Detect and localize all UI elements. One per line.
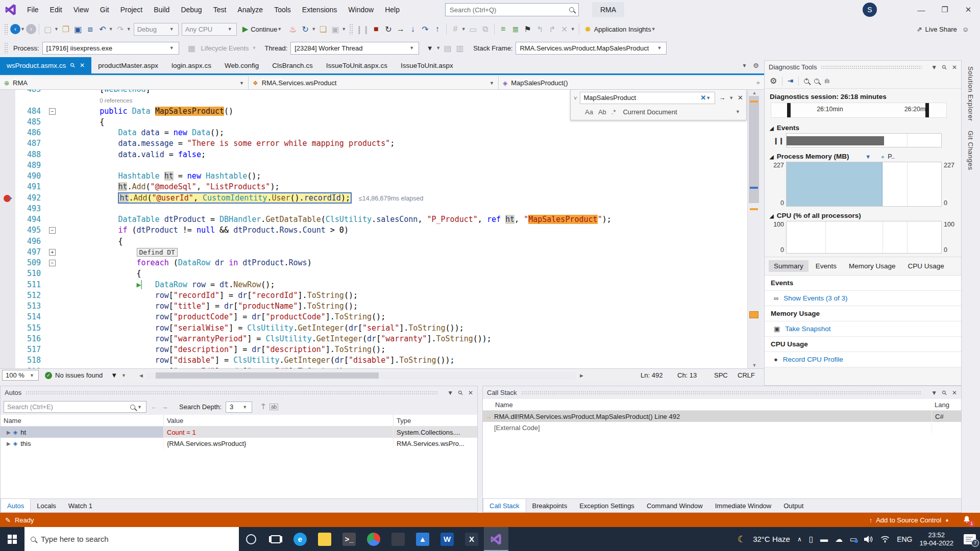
regex-toggle[interactable]: .* <box>611 108 616 116</box>
breadcrumb-class-dropdown[interactable]: ❖ RMA.Services.wsProduct▼ <box>249 77 499 89</box>
find-input[interactable]: MapSalesProduct ✕ ▼ <box>580 92 715 104</box>
tab-wsProduct.asmx.cs[interactable]: wsProduct.asmx.cs⚲✕ <box>0 57 91 73</box>
search-back-icon[interactable]: ← <box>151 403 157 411</box>
code-line[interactable]: 509− foreach (DataRow dr in dtProduct.Ro… <box>0 258 747 268</box>
zoom-select[interactable]: 100 %▼ <box>2 370 39 381</box>
code-line[interactable]: 514 row["productCode"] = dr["productCode… <box>0 312 747 322</box>
hot-reload-icon[interactable]: ♨ <box>287 22 299 36</box>
autos-column-type[interactable]: Type <box>394 415 477 426</box>
pane-tab-autos[interactable]: Autos <box>1 499 31 512</box>
feedback-icon[interactable]: ☺ <box>962 26 969 33</box>
callstack-column-name[interactable]: Name <box>483 399 932 410</box>
editor-vertical-scrollbar[interactable]: ▲ ▼ <box>747 90 761 368</box>
code-line[interactable]: 516 row["warrantyPeriod"] = ClsUtility.G… <box>0 334 747 344</box>
wifi-icon[interactable] <box>880 536 890 543</box>
clear-bookmarks-icon[interactable]: ✕ <box>559 22 570 36</box>
pin-tab-icon[interactable]: ⚲ <box>69 61 77 69</box>
menu-test[interactable]: Test <box>208 0 232 19</box>
code-line[interactable]: 495− if (dtProduct != null && dtProduct.… <box>0 225 747 236</box>
chrome-taskbar-button[interactable] <box>361 527 386 551</box>
tablet-mode-icon[interactable]: ▯ <box>809 535 813 544</box>
panel-options-chevron-icon[interactable]: ▼ <box>931 64 937 71</box>
solution-configuration-select[interactable]: Debug▼ <box>134 23 179 36</box>
new-file-icon[interactable]: ▢ <box>42 22 54 36</box>
codelens-references[interactable]: 0 references <box>100 97 132 104</box>
code-line[interactable]: 511 ▶▏ DataRow row = dt.NewRow(); <box>0 280 747 290</box>
menu-edit[interactable]: Edit <box>44 0 68 19</box>
code-line[interactable]: 512 row["recordId"] = dr["recordId"].ToS… <box>0 290 747 301</box>
quick-search-input[interactable]: Search (Ctrl+Q) <box>445 3 579 16</box>
navigate-forward-icon[interactable]: › <box>26 24 36 34</box>
code-line[interactable]: 517 row["description"] = dr["description… <box>0 344 747 355</box>
save-icon[interactable]: ▣ <box>72 22 84 36</box>
dropdown-chevron-icon[interactable]: ▼ <box>311 27 316 32</box>
notifications-bell-icon[interactable]: 1 <box>963 515 971 525</box>
word-taskbar-button[interactable]: W <box>435 527 459 551</box>
toolbar-grip[interactable] <box>4 42 8 54</box>
whole-word-toggle[interactable]: Ab <box>598 108 606 116</box>
panel-options-chevron-icon[interactable]: ▼ <box>931 389 937 396</box>
code-line[interactable]: 489 <box>0 160 747 171</box>
pane-tab-immediate-window[interactable]: Immediate Window <box>709 499 778 512</box>
undo-icon[interactable]: ↶ <box>97 22 108 36</box>
format-values-icon[interactable]: ab <box>270 404 278 410</box>
pin-icon[interactable]: ⚲ <box>940 388 948 396</box>
code-line[interactable]: 491 ht.Add("@modeSql", "ListProducts"); <box>0 182 747 192</box>
dropdown-chevron-icon[interactable]: ▼ <box>461 27 466 32</box>
code-line[interactable]: 494 DataTable dtProduct = DBHandler.GetD… <box>0 214 747 225</box>
memory-section-header[interactable]: ◢Process Memory (MB) ▼ ● P.. <box>765 149 961 162</box>
cpu-section-header[interactable]: ◢CPU (% of all processors) <box>765 209 961 221</box>
pin-icon[interactable]: ⚲ <box>456 388 464 396</box>
close-tab-icon[interactable]: ✕ <box>80 62 85 69</box>
scroll-up-arrow-icon[interactable]: ▲ <box>748 90 761 95</box>
timeline-selection-start[interactable] <box>787 103 791 117</box>
code-line[interactable]: 493 <box>0 204 747 214</box>
pin-values-icon[interactable]: ⍑ <box>261 403 265 411</box>
menu-help[interactable]: Help <box>379 0 405 19</box>
comment-icon[interactable]: ▭ <box>468 22 479 36</box>
continue-button[interactable]: ▶Continue▼ <box>240 22 285 36</box>
uncomment-icon[interactable]: ⧉ <box>480 22 491 36</box>
next-bookmark-icon[interactable]: ↱ <box>547 22 558 36</box>
weather-desc[interactable]: Haze <box>772 535 790 543</box>
filter-threads-icon[interactable]: ▼ <box>424 41 435 55</box>
collapse-region-icon[interactable]: − <box>49 108 56 115</box>
expand-variable-icon[interactable]: ▶ <box>7 441 11 446</box>
breadcrumb-method-dropdown[interactable]: ◈ MapSalesProduct() ÷ <box>499 77 764 89</box>
navigate-backward-icon[interactable]: ‹ <box>10 24 20 34</box>
photos-taskbar-button[interactable]: ▲ <box>410 527 435 551</box>
collapse-region-icon[interactable]: − <box>49 260 56 266</box>
callstack-frame-0[interactable]: →RMA.dll!RMA.Services.wsProduct.MapSales… <box>483 411 961 422</box>
bookmark-icon[interactable]: ⚑ <box>522 22 533 36</box>
language-indicator[interactable]: ENG <box>897 535 912 543</box>
hidden-icons-chevron-icon[interactable]: ∧ <box>797 536 802 543</box>
dropdown-chevron-icon[interactable]: ▼ <box>341 27 346 32</box>
onedrive-cloud-icon[interactable]: ☁ <box>835 535 843 544</box>
flag-threads-icon[interactable]: ▤ <box>442 41 453 55</box>
pin-icon[interactable]: ⚲ <box>940 63 948 71</box>
menu-window[interactable]: Window <box>342 0 379 19</box>
menu-tools[interactable]: Tools <box>268 0 297 19</box>
decrease-indent-icon[interactable]: ≡ <box>498 22 509 36</box>
tab-IssueToUnit.aspx[interactable]: IssueToUnit.aspx <box>394 57 460 73</box>
show-next-statement-icon[interactable]: → <box>395 22 406 36</box>
code-line[interactable]: 515 row["serialWise"] = ClsUtility.GetIn… <box>0 323 747 334</box>
diagnostics-timeline[interactable]: 26:10min 26:20mi <box>771 103 947 118</box>
break-all-icon[interactable]: ❙❙ <box>356 22 370 36</box>
git-changes-tab[interactable]: Git Changes <box>967 131 974 170</box>
increase-indent-icon[interactable]: ≣ <box>510 22 521 36</box>
excel-taskbar-button[interactable]: X <box>459 527 484 551</box>
current-statement-breakpoint-icon[interactable] <box>4 195 11 202</box>
process-select[interactable]: [17916] iisexpress.exe▼ <box>42 42 179 55</box>
find-next-icon[interactable]: → <box>719 94 725 102</box>
match-case-toggle[interactable]: Aa <box>585 108 593 116</box>
diag-tab-cpu-usage[interactable]: CPU Usage <box>903 260 949 272</box>
pane-tab-locals[interactable]: Locals <box>31 499 62 512</box>
summary-link-record-cpu-profile[interactable]: ●Record CPU Profile <box>765 352 961 367</box>
task-view-button[interactable] <box>263 527 288 551</box>
line-number-icon[interactable]: # <box>450 22 461 36</box>
search-history-chevron-icon[interactable]: ▼ <box>706 95 710 101</box>
memory-filter-icon[interactable]: ▼ <box>865 154 871 160</box>
menu-build[interactable]: Build <box>148 0 175 19</box>
menu-git[interactable]: Git <box>94 0 115 19</box>
